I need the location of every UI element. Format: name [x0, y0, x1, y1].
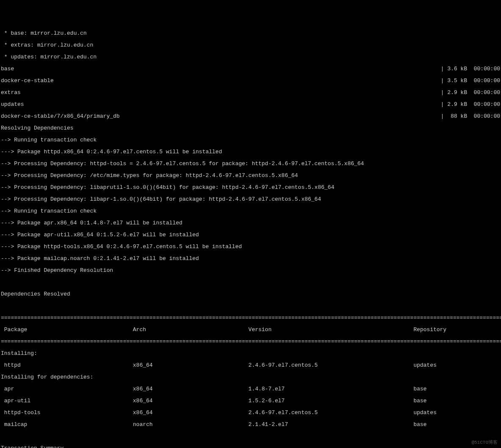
- dep-line: --> Processing Dependency: libaprutil-1.…: [1, 185, 501, 191]
- table-row: apr-util x86_64 1.5.2-6.el7 base 9: [1, 398, 501, 404]
- mirror-line: * base: mirror.lzu.edu.cn: [1, 30, 501, 36]
- watermark: @51CTO博客: [471, 440, 498, 445]
- mirror-line: * updates: mirror.lzu.edu.cn: [1, 54, 501, 60]
- blank-line: [1, 303, 501, 309]
- dep-line: --> Processing Dependency: httpd-tools =…: [1, 161, 501, 167]
- dep-line: ---> Package mailcap.noarch 0:2.1.41-2.e…: [1, 256, 501, 262]
- installing-deps-header: Installing for dependencies:: [1, 374, 501, 380]
- dep-line: --> Processing Dependency: /etc/mime.typ…: [1, 173, 501, 179]
- txn-summary: Transaction Summary: [1, 445, 501, 448]
- dep-line: ---> Package httpd-tools.x86_64 0:2.4.6-…: [1, 244, 501, 250]
- repo-line: docker-ce-stable/7/x86_64/primary_db| 88…: [1, 113, 501, 119]
- rule-line: ========================================…: [1, 339, 501, 345]
- dep-line: ---> Package apr.x86_64 0:1.4.8-7.el7 wi…: [1, 220, 501, 226]
- installing-header: Installing:: [1, 351, 501, 357]
- repo-line: docker-ce-stable| 3.5 kB 00:00:00: [1, 78, 501, 84]
- rule-line: ========================================…: [1, 315, 501, 321]
- table-row: httpd x86_64 2.4.6-97.el7.centos.5 updat…: [1, 362, 501, 368]
- resolving-line: Resolving Dependencies: [1, 125, 501, 131]
- table-row: apr x86_64 1.4.8-7.el7 base 10: [1, 386, 501, 392]
- dep-line: --> Finished Dependency Resolution: [1, 268, 501, 274]
- blank-line: [1, 279, 501, 285]
- dep-line: --> Running transaction check: [1, 137, 501, 143]
- mirror-line: * extras: mirror.lzu.edu.cn: [1, 42, 501, 48]
- repo-line: updates| 2.9 kB 00:00:00: [1, 102, 501, 108]
- table-row: mailcap noarch 2.1.41-2.el7 base 3: [1, 422, 501, 428]
- repo-line: base| 3.6 kB 00:00:00: [1, 66, 501, 72]
- table-header: Package Arch Version Repository S: [1, 327, 501, 333]
- terminal-output: * base: mirror.lzu.edu.cn * extras: mirr…: [0, 24, 501, 448]
- repo-line: extras| 2.9 kB 00:00:00: [1, 90, 501, 96]
- dep-line: ---> Package httpd.x86_64 0:2.4.6-97.el7…: [1, 149, 501, 155]
- dep-line: --> Running transaction check: [1, 208, 501, 214]
- dep-resolved: Dependencies Resolved: [1, 291, 501, 297]
- blank-line: [1, 434, 501, 440]
- dep-line: ---> Package apr-util.x86_64 0:1.5.2-6.e…: [1, 232, 501, 238]
- table-row: httpd-tools x86_64 2.4.6-97.el7.centos.5…: [1, 410, 501, 416]
- dep-line: --> Processing Dependency: libapr-1.so.0…: [1, 196, 501, 202]
